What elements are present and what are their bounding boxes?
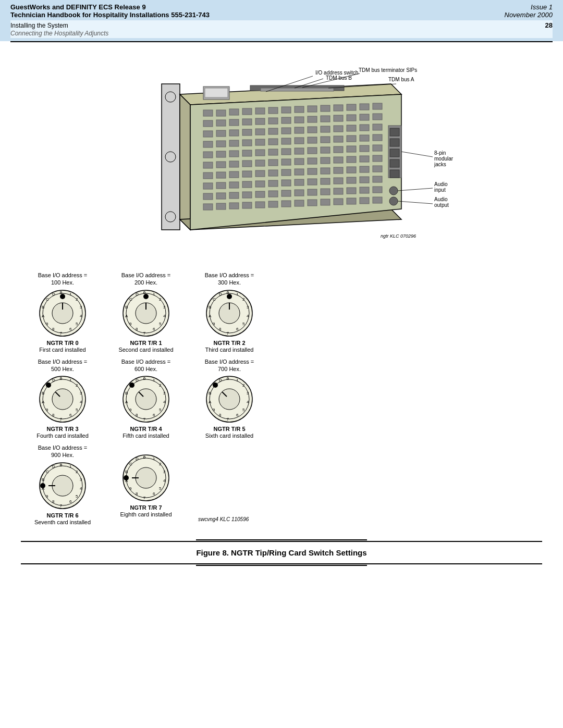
svg-rect-98 (282, 169, 291, 176)
svg-rect-104 (360, 166, 369, 172)
switch-2-address: Base I/O address = 300 Hex. (205, 272, 254, 287)
svg-text:6: 6 (236, 413, 239, 417)
svg-text:9: 9 (46, 494, 48, 499)
svg-rect-120 (203, 193, 213, 200)
svg-text:D: D (219, 292, 222, 297)
svg-text:3: 3 (247, 391, 249, 396)
svg-text:3: 3 (247, 305, 249, 310)
svg-rect-142 (308, 200, 317, 206)
switches-section: Base I/O address = 100 Hex. 0 1 2 3 4 5 … (21, 272, 542, 525)
svg-text:9: 9 (46, 408, 48, 412)
svg-text:C: C (213, 297, 216, 302)
svg-rect-140 (282, 201, 291, 207)
svg-rect-125 (268, 191, 278, 197)
svg-point-264 (129, 382, 134, 388)
svg-point-159 (389, 197, 398, 205)
svg-rect-89 (347, 156, 356, 163)
svg-text:1: 1 (69, 378, 72, 382)
switch-0-sublabel: First card installed (39, 347, 85, 353)
svg-rect-124 (255, 191, 265, 198)
pcb-illustration: I/O address switch TDM bus B TDM bus ter… (21, 53, 542, 261)
svg-rect-66 (229, 151, 239, 157)
svg-rect-63 (373, 134, 382, 141)
svg-text:3: 3 (163, 470, 166, 474)
svg-rect-40 (255, 129, 265, 135)
svg-text:7: 7 (59, 503, 62, 508)
svg-rect-58 (308, 137, 317, 143)
svg-point-283 (213, 382, 218, 388)
svg-text:0: 0 (143, 376, 145, 381)
svg-rect-46 (334, 126, 343, 132)
switch-5-label: NGTR T/R 5 (213, 426, 245, 432)
svg-text:5: 5 (159, 486, 162, 491)
svg-text:0: 0 (143, 455, 145, 460)
svg-text:7: 7 (59, 417, 62, 422)
svg-rect-30 (308, 116, 317, 122)
svg-rect-24 (229, 119, 239, 126)
switch-5-address: Base I/O address = 700 Hex. (205, 358, 254, 373)
rotary-switch-5: 0 1 2 3 4 5 6 7 8 9 A B C D (205, 375, 254, 424)
svg-rect-73 (321, 147, 330, 153)
header-date: November 2000 (505, 11, 553, 19)
svg-rect-106 (203, 183, 213, 189)
svg-text:8: 8 (52, 327, 55, 331)
svg-rect-18 (334, 105, 343, 111)
svg-text:B: B (125, 305, 128, 310)
svg-rect-21 (373, 103, 382, 109)
svg-rect-14 (282, 107, 291, 113)
svg-rect-84 (282, 159, 291, 165)
svg-rect-65 (216, 151, 226, 157)
svg-text:B: B (42, 391, 44, 396)
svg-rect-145 (347, 198, 356, 204)
svg-text:3: 3 (80, 477, 82, 482)
svg-rect-76 (360, 145, 369, 152)
svg-text:1: 1 (236, 378, 239, 382)
svg-text:5: 5 (159, 322, 162, 326)
svg-text:2: 2 (159, 383, 162, 388)
svg-text:4: 4 (247, 314, 249, 318)
tdm-bus-a-label: TDM bus A (388, 77, 414, 82)
svg-rect-70 (282, 149, 291, 155)
svg-rect-99 (295, 169, 304, 175)
svg-rect-74 (334, 146, 343, 153)
svg-rect-151 (205, 88, 228, 97)
svg-rect-51 (216, 141, 226, 147)
svg-text:1: 1 (153, 292, 155, 297)
svg-text:B: B (209, 305, 211, 310)
rotary-switch-1: 0 1 2 3 4 5 6 7 8 9 A B C D (121, 289, 171, 338)
svg-rect-118 (360, 177, 369, 183)
switch-item-1: Base I/O address = 200 Hex. 0 1 2 3 4 5 … (104, 272, 188, 353)
svg-rect-101 (321, 168, 330, 174)
page-header: GuestWorks and DEFINITY ECS Release 9 Is… (0, 0, 563, 41)
svg-text:2: 2 (242, 383, 245, 388)
svg-rect-139 (268, 201, 278, 207)
svg-rect-121 (216, 193, 226, 199)
svg-rect-11 (242, 108, 252, 115)
svg-text:4: 4 (80, 400, 82, 404)
svg-text:modular: modular (434, 156, 454, 162)
switch-3-sublabel: Fourth card installed (36, 433, 89, 439)
rotary-switch-3: 0 1 2 3 4 5 6 7 8 9 A B C D (38, 375, 88, 424)
svg-rect-75 (347, 146, 356, 152)
tdm-bus-terminator-label: TDM bus terminator SIPs (359, 67, 417, 73)
switch-0-label: NGTR T/R 0 (46, 340, 78, 346)
svg-rect-153 (390, 128, 399, 136)
svg-rect-91 (373, 155, 382, 162)
svg-text:C: C (129, 462, 132, 466)
svg-text:7: 7 (143, 417, 145, 422)
svg-rect-54 (255, 139, 265, 145)
svg-rect-137 (242, 202, 252, 208)
svg-rect-69 (268, 149, 278, 155)
svg-rect-112 (282, 180, 291, 186)
svg-text:B: B (125, 391, 128, 396)
svg-text:C: C (46, 297, 49, 302)
svg-text:7: 7 (226, 417, 229, 422)
header-breadcrumb: Installing the System (10, 22, 68, 29)
svg-text:3: 3 (80, 391, 82, 396)
svg-text:7: 7 (143, 331, 145, 336)
switch-7-sublabel: Eighth card installed (120, 511, 172, 517)
switch-1-sublabel: Second card installed (118, 347, 173, 353)
svg-text:A: A (125, 314, 128, 318)
svg-rect-83 (268, 159, 278, 166)
rotary-switch-6: 0 1 2 3 4 5 6 7 8 9 A B C D (38, 461, 88, 511)
